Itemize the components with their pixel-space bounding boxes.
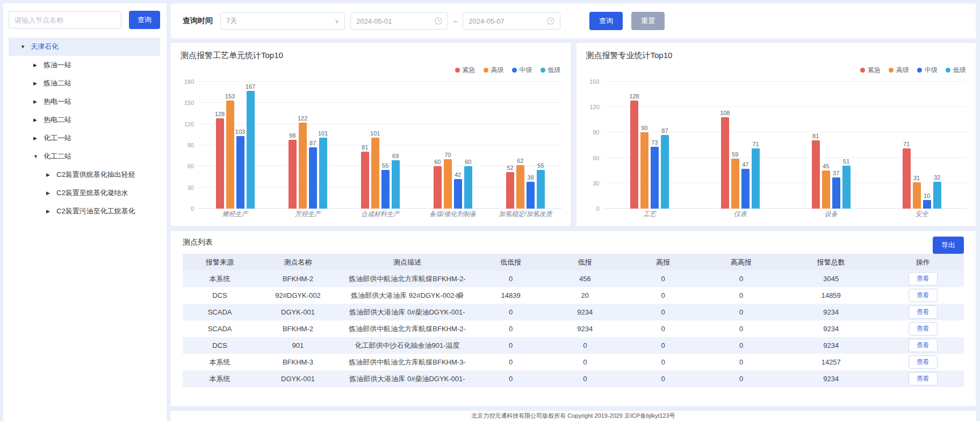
view-button[interactable]: 查看 — [909, 322, 938, 336]
bar-高级: 59 — [731, 159, 739, 209]
bar-低级: 69 — [392, 160, 400, 209]
x-category-label: 工艺 — [604, 210, 695, 219]
tree-item-6[interactable]: ▼化工二站 — [9, 147, 160, 166]
point-table: 报警来源测点名称测点描述低低报低报高报高高报报警总数操作 本系统BFKHM-2炼… — [183, 254, 964, 387]
end-date-value: 2024-05-07 — [469, 17, 505, 25]
node-search-button[interactable]: 查询 — [129, 11, 160, 29]
caret-right-icon[interactable]: ▶ — [33, 81, 39, 86]
time-range-select[interactable]: 7天 ∨ — [220, 12, 345, 30]
view-button[interactable]: 查看 — [909, 339, 938, 352]
tree-item-label: 化工二站 — [44, 152, 71, 161]
bar-value-label: 47 — [742, 161, 748, 168]
view-button[interactable]: 查看 — [909, 289, 938, 302]
tree-item-7[interactable]: ▶C2装置供烷基化抽出轻烃 — [9, 166, 160, 184]
query-button[interactable]: 查询 — [589, 12, 623, 30]
bar-groups: 1289073871085947718145375171311032 — [604, 82, 968, 209]
date-range-separator: – — [453, 17, 457, 25]
caret-right-icon[interactable]: ▶ — [46, 209, 52, 214]
view-button[interactable]: 查看 — [909, 305, 938, 319]
end-date-input[interactable]: 2024-05-07 — [463, 12, 560, 30]
bar-value-label: 31 — [913, 175, 920, 181]
caret-right-icon[interactable]: ▶ — [33, 135, 39, 141]
legend-item-高级[interactable]: 高级 — [484, 66, 504, 75]
caret-right-icon[interactable]: ▶ — [46, 190, 52, 196]
caret-down-icon[interactable]: ▼ — [20, 44, 26, 49]
y-tick-label: 120 — [589, 104, 599, 110]
table-cell: 0 — [702, 354, 780, 370]
y-tick-label: 180 — [184, 79, 194, 85]
chart-title: 测点报警工艺单元统计Top10 — [181, 51, 283, 61]
bar-低级: 32 — [933, 182, 941, 209]
node-tree: ▼天津石化▶炼油一站▶炼油二站▶热电一站▶热电二站▶化工一站▼化工二站▶C2装置… — [9, 38, 160, 220]
bar-高级: 153 — [226, 101, 234, 209]
node-search-input[interactable] — [9, 11, 121, 28]
table-cell: 901 — [257, 337, 339, 354]
tree-item-4[interactable]: ▶热电二站 — [9, 111, 160, 129]
legend-item-中级[interactable]: 中级 — [512, 66, 532, 75]
table-cell: 炼油部供大港油库 0#柴油DGYK-001- — [339, 370, 475, 387]
column-header: 测点描述 — [339, 254, 475, 270]
x-category-label: 备煤/催化剂制备 — [416, 210, 489, 219]
tree-item-2[interactable]: ▶炼油二站 — [9, 74, 160, 92]
bar-groups: 1281531031679812287101811015569607042605… — [199, 82, 562, 209]
bar-group-备煤/催化剂制备: 60704260 — [416, 82, 489, 209]
legend-item-中级[interactable]: 中级 — [917, 66, 938, 75]
tree-item-3[interactable]: ▶热电一站 — [9, 92, 160, 111]
legend-item-紧急[interactable]: 紧急 — [455, 66, 475, 75]
start-date-input[interactable]: 2024-05-01 — [350, 12, 448, 30]
table-cell: 9234 — [546, 304, 624, 320]
x-category-label: 安全 — [876, 210, 967, 219]
bar-group-合成材料生产: 811015569 — [344, 82, 416, 209]
y-tick-label: 60 — [188, 163, 194, 169]
bar-group-烯烃生产: 128153103167 — [199, 82, 271, 209]
charts-row: 测点报警工艺单元统计Top10 紧急高级中级低级 030609012015018… — [170, 42, 976, 226]
tree-item-label: C2装置供烷基化抽出轻烃 — [56, 170, 135, 180]
tree-item-8[interactable]: ▶C2装置至烷基化凝结水 — [9, 184, 160, 202]
clock-icon — [435, 17, 442, 25]
chart-specialty-top10: 测点报警专业统计Top10 紧急高级中级低级 03060901201501289… — [576, 42, 977, 226]
chart-process-unit-top10: 测点报警工艺单元统计Top10 紧急高级中级低级 030609012015018… — [170, 42, 571, 226]
column-header: 报警总数 — [780, 254, 882, 270]
chart-x-axis-labels: 工艺仪表设备安全 — [604, 210, 968, 219]
table-row: DCS92#DGYK-002炼油部供大港油库 92#DGYK-002-瞬1483… — [183, 287, 964, 304]
table-cell: 化工部供中沙石化抽余油901-温度 — [339, 337, 475, 354]
view-button[interactable]: 查看 — [909, 372, 938, 386]
caret-down-icon[interactable]: ▼ — [33, 154, 39, 159]
tree-item-label: 化工一站 — [44, 133, 71, 143]
y-tick-label: 60 — [593, 155, 599, 161]
view-button[interactable]: 查看 — [909, 355, 938, 369]
bar-value-label: 62 — [517, 158, 523, 164]
view-button[interactable]: 查看 — [909, 272, 938, 286]
table-cell: BFKHM-2 — [257, 320, 339, 337]
point-list-panel: 测点列表 导出 报警来源测点名称测点描述低低报低报高报高高报报警总数操作 本系统… — [170, 231, 976, 406]
caret-right-icon[interactable]: ▶ — [46, 172, 52, 177]
tree-item-0[interactable]: ▼天津石化 — [9, 38, 160, 56]
legend-item-低级[interactable]: 低级 — [541, 66, 561, 75]
export-button[interactable]: 导出 — [933, 237, 964, 254]
table-cell: 0 — [702, 320, 780, 337]
bar-中级: 87 — [309, 147, 317, 209]
legend-item-高级[interactable]: 高级 — [889, 66, 909, 75]
bar-value-label: 42 — [455, 172, 461, 178]
caret-right-icon[interactable]: ▶ — [33, 62, 39, 68]
legend-dot-icon — [946, 68, 950, 73]
table-cell: 炼油部供中航油北方库航煤BFKHM-2- — [339, 270, 475, 287]
main-content: 查询时间 7天 ∨ 2024-05-01 – 2024-05-07 — [170, 3, 980, 421]
reset-button[interactable]: 重置 — [631, 12, 665, 30]
legend-item-紧急[interactable]: 紧急 — [860, 66, 881, 75]
table-cell: DGYK-001 — [257, 304, 339, 320]
table-cell: 0 — [475, 270, 546, 287]
caret-right-icon[interactable]: ▶ — [33, 99, 39, 104]
y-tick-label: 0 — [191, 205, 194, 212]
tree-item-1[interactable]: ▶炼油一站 — [9, 56, 160, 74]
table-row: 本系统BFKHM-3炼油部供中航油北方库航煤BFKHM-3-000014257查… — [183, 354, 964, 370]
tree-item-5[interactable]: ▶化工一站 — [9, 129, 160, 147]
table-cell: 本系统 — [183, 370, 257, 387]
caret-right-icon[interactable]: ▶ — [33, 117, 39, 123]
table-cell: 0 — [475, 320, 546, 337]
bar-group-安全: 71311032 — [876, 82, 967, 209]
column-header: 低低报 — [475, 254, 546, 270]
legend-item-低级[interactable]: 低级 — [946, 66, 966, 75]
tree-item-9[interactable]: ▶C2装置污油至化工烷基化 — [9, 202, 160, 220]
column-header: 报警来源 — [183, 254, 257, 270]
